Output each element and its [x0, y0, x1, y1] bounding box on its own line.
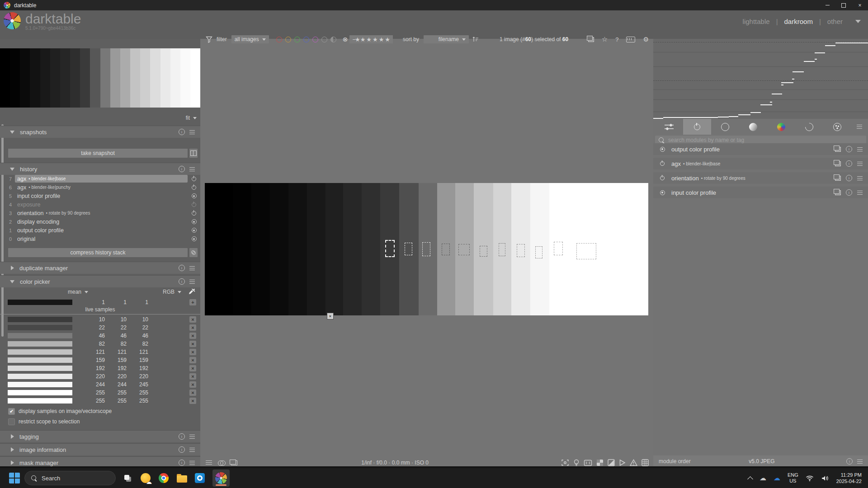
presets-menu-icon[interactable]: [857, 147, 863, 151]
live-sample-row[interactable]: 255255255×: [0, 389, 200, 396]
power-icon[interactable]: [188, 211, 200, 216]
power-icon[interactable]: [653, 176, 671, 180]
enabled-icon[interactable]: [188, 228, 200, 233]
history-item[interactable]: 4exposure: [0, 200, 200, 209]
history-item[interactable]: 5input color profile: [0, 192, 200, 200]
help-icon[interactable]: ?: [615, 36, 618, 43]
duplicate-manager-section-header[interactable]: duplicate manager i: [0, 262, 200, 274]
presets-menu-icon[interactable]: [857, 176, 863, 180]
info-icon[interactable]: i: [179, 446, 185, 453]
guides-overlay-icon[interactable]: [642, 459, 649, 466]
tab-darkroom[interactable]: darkroom: [784, 18, 813, 25]
edited-image[interactable]: [205, 183, 648, 315]
live-sample-row[interactable]: 192192192×: [0, 365, 200, 372]
option-display-samples[interactable]: ✔ display samples on image/vectorscope: [8, 408, 112, 415]
delete-sample-button[interactable]: ×: [189, 333, 196, 339]
info-icon[interactable]: i: [179, 265, 185, 271]
delete-sample-button[interactable]: ×: [189, 349, 196, 355]
chrome-icon[interactable]: [158, 473, 169, 483]
live-sample-region[interactable]: [422, 242, 430, 256]
live-sample-row[interactable]: 159159159×: [0, 357, 200, 364]
color-label-filter-icon[interactable]: [276, 37, 282, 42]
live-sample-row[interactable]: 255255255×: [0, 397, 200, 404]
grouping-icon[interactable]: [588, 37, 594, 42]
clipping-icon[interactable]: [608, 459, 615, 466]
info-icon[interactable]: i: [179, 166, 185, 172]
module-group-tab-sliders[interactable]: [655, 119, 683, 135]
zoom-fit-dropdown[interactable]: fit: [186, 115, 197, 121]
task-view-icon[interactable]: [122, 473, 133, 483]
power-icon[interactable]: [188, 185, 200, 190]
start-button-icon[interactable]: [9, 473, 20, 483]
presets-menu-icon[interactable]: [857, 460, 863, 464]
color-picker-section-header[interactable]: color picker i: [0, 275, 200, 287]
overlays-star-icon[interactable]: ☆: [602, 35, 608, 43]
presets-menu-icon[interactable]: [189, 461, 195, 465]
delete-sample-button[interactable]: ×: [189, 365, 196, 371]
presets-menu-icon[interactable]: [189, 448, 195, 452]
rating-filter[interactable]: −★ ★★★★★: [349, 35, 393, 43]
snapshots-section-header[interactable]: snapshots i: [0, 126, 200, 138]
module-group-tab-color[interactable]: [767, 119, 795, 135]
zoom-fit-icon[interactable]: [584, 460, 592, 466]
file-explorer-icon[interactable]: [176, 473, 187, 483]
history-item[interactable]: 0original: [0, 235, 200, 243]
info-icon[interactable]: i: [179, 129, 185, 135]
history-item[interactable]: 6agx• blender-like|punchy: [0, 183, 200, 192]
add-sample-button[interactable]: +: [189, 299, 196, 305]
onedrive-icon[interactable]: ☁: [774, 474, 780, 482]
delete-sample-button[interactable]: ×: [189, 398, 196, 404]
option-restrict-scope[interactable]: restrict scope to selection: [8, 418, 80, 425]
enabled-icon[interactable]: [188, 236, 200, 241]
presets-menu-icon[interactable]: [189, 130, 195, 134]
volume-icon[interactable]: [821, 475, 829, 482]
delete-sample-button[interactable]: ×: [189, 324, 196, 331]
presets-menu-icon[interactable]: [857, 162, 863, 166]
history-item[interactable]: 2display encoding: [0, 217, 200, 226]
color-label-filter-icon[interactable]: [303, 37, 309, 42]
reset-info-icon[interactable]: i: [846, 189, 852, 196]
star-icon[interactable]: ★: [379, 36, 384, 43]
history-item[interactable]: 3orientation• rotate by 90 degrees: [0, 209, 200, 217]
outlook-icon[interactable]: [194, 473, 205, 483]
live-sample-region[interactable]: [576, 243, 596, 259]
info-icon[interactable]: i: [179, 278, 185, 285]
wifi-icon[interactable]: [806, 475, 814, 482]
preferences-gear-icon[interactable]: ⚙: [643, 36, 649, 43]
reset-info-icon[interactable]: i: [846, 146, 852, 152]
presets-menu-icon[interactable]: [189, 435, 195, 439]
sort-order-icon[interactable]: [472, 36, 479, 42]
gamut-check-icon[interactable]: [630, 459, 637, 466]
info-icon[interactable]: i: [179, 433, 185, 440]
focus-peaking-icon[interactable]: [561, 459, 569, 466]
snapshot-compare-icon[interactable]: [189, 149, 198, 158]
live-sample-row[interactable]: 121121121×: [0, 348, 200, 356]
delete-sample-button[interactable]: ×: [189, 373, 196, 380]
picker-mode-dropdown[interactable]: mean: [68, 289, 88, 295]
info-icon[interactable]: i: [179, 460, 185, 466]
presets-menu-icon[interactable]: [857, 191, 863, 195]
color-picker-marker-icon[interactable]: ×: [327, 313, 334, 319]
live-sample-region[interactable]: [442, 244, 450, 255]
compress-history-icon[interactable]: [189, 248, 198, 257]
module-row[interactable]: input color profilei: [653, 187, 868, 198]
color-assessment-icon[interactable]: [218, 460, 225, 465]
power-icon[interactable]: [653, 161, 671, 166]
live-sample-row[interactable]: 101010×: [0, 316, 200, 323]
color-label-filter-icon[interactable]: [294, 37, 300, 42]
clock[interactable]: 11:29 PM 2025-04-22: [836, 472, 862, 484]
live-sample-region[interactable]: [385, 240, 395, 257]
module-group-tab-menu[interactable]: [852, 119, 867, 135]
minimize-button[interactable]: [819, 0, 835, 10]
compress-history-button[interactable]: compress history stack: [8, 248, 188, 257]
weather-widget-icon[interactable]: ☁: [140, 473, 151, 483]
info-icon[interactable]: i: [846, 458, 853, 465]
live-sample-region[interactable]: [535, 246, 542, 258]
enabled-icon[interactable]: [653, 147, 671, 152]
history-item[interactable]: 7agx• blender-like|base: [0, 174, 200, 183]
darktable-taskbar-icon[interactable]: [212, 469, 230, 487]
tab-lighttable[interactable]: lighttable: [743, 18, 770, 25]
softproof-icon[interactable]: [619, 459, 626, 466]
module-group-tab-basic[interactable]: [711, 119, 739, 135]
multi-instance-icon[interactable]: [835, 176, 841, 181]
